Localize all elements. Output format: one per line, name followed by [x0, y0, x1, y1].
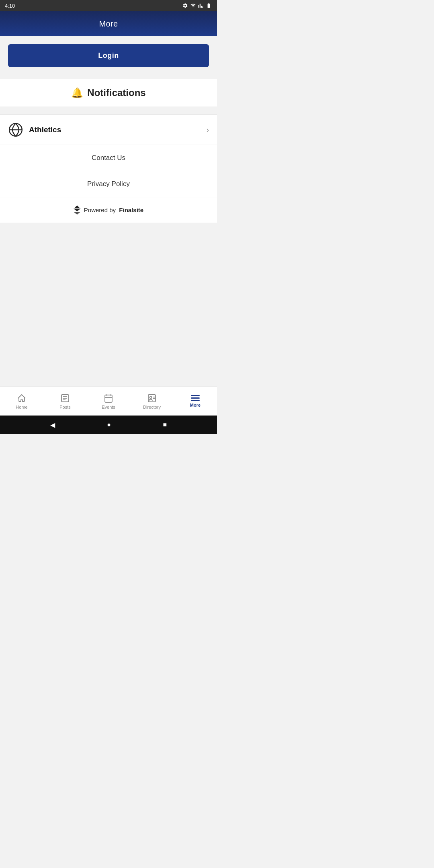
nav-label-posts: Posts	[59, 405, 71, 409]
header: More	[0, 11, 217, 36]
notifications-section: 🔔 Notifications	[0, 79, 217, 106]
home-icon	[17, 393, 27, 403]
posts-icon	[60, 393, 70, 403]
bottom-nav: Home Posts Events Directory	[0, 387, 217, 416]
nav-item-more[interactable]: More	[174, 387, 217, 416]
nav-item-home[interactable]: Home	[0, 387, 43, 416]
directory-icon	[147, 393, 157, 403]
contact-us-item[interactable]: Contact Us	[0, 145, 217, 171]
page-title: More	[99, 19, 118, 29]
athletics-label: Athletics	[29, 125, 207, 134]
main-content: Login 🔔 Notifications Athletics › Contac…	[0, 36, 217, 223]
svg-point-11	[150, 396, 152, 398]
powered-by-section: Powered by Finalsite	[0, 197, 217, 223]
more-icon	[191, 395, 200, 401]
wifi-icon	[190, 3, 196, 8]
android-home-button[interactable]: ●	[107, 421, 111, 428]
chevron-right-icon: ›	[207, 126, 209, 134]
signal-icon	[198, 3, 203, 8]
nav-label-more: More	[190, 403, 201, 407]
events-icon	[104, 393, 113, 403]
battery-icon	[205, 3, 212, 8]
nav-label-directory: Directory	[143, 405, 161, 409]
bell-icon: 🔔	[71, 87, 83, 98]
finalsite-logo	[74, 205, 81, 215]
status-time: 4:10	[5, 3, 15, 9]
android-recents-button[interactable]: ■	[163, 421, 167, 428]
settings-icon	[182, 3, 188, 8]
status-bar: 4:10	[0, 0, 217, 11]
nav-label-events: Events	[102, 405, 115, 409]
svg-rect-6	[105, 395, 112, 402]
status-icons	[182, 3, 212, 8]
login-button[interactable]: Login	[8, 44, 209, 67]
athletics-row[interactable]: Athletics ›	[0, 115, 217, 145]
svg-rect-10	[148, 395, 156, 402]
android-nav-bar: ◀ ● ■	[0, 416, 217, 434]
nav-item-directory[interactable]: Directory	[130, 387, 174, 416]
privacy-policy-item[interactable]: Privacy Policy	[0, 171, 217, 197]
basketball-icon	[8, 122, 23, 137]
nav-item-posts[interactable]: Posts	[43, 387, 87, 416]
nav-label-home: Home	[16, 405, 27, 409]
notifications-title: Notifications	[87, 87, 145, 98]
nav-item-events[interactable]: Events	[87, 387, 130, 416]
android-back-button[interactable]: ◀	[50, 421, 55, 429]
powered-by-text: Powered by Finalsite	[84, 207, 143, 213]
